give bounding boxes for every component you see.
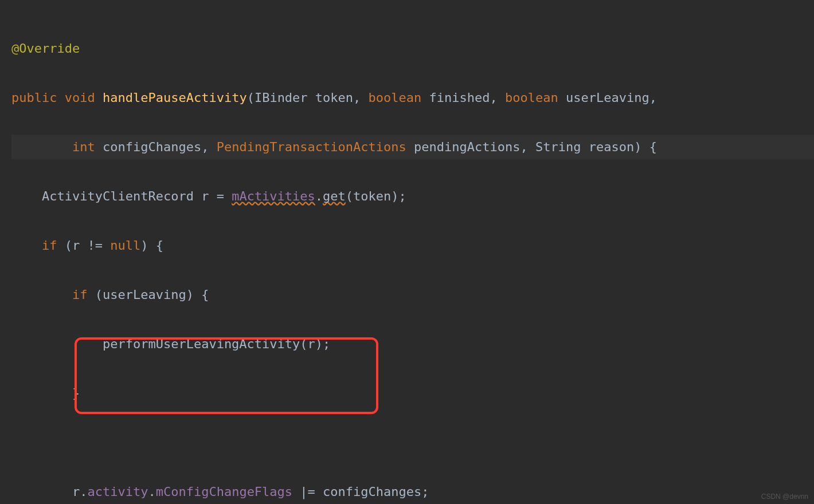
code-line: @Override <box>11 36 814 61</box>
code-line: ActivityClientRecord r = mActivities.get… <box>11 184 814 208</box>
annotation: @Override <box>11 41 80 56</box>
code-line: int configChanges, PendingTransactionAct… <box>11 135 814 159</box>
code-line: if (r != null) { <box>11 233 814 258</box>
code-line <box>11 430 814 455</box>
code-line: performUserLeavingActivity(r); <box>11 332 814 356</box>
code-editor[interactable]: @Override public void handlePauseActivit… <box>0 0 814 504</box>
code-line: } <box>11 381 814 405</box>
watermark: CSDN @devnn <box>761 493 808 501</box>
code-line: r.activity.mConfigChangeFlags |= configC… <box>11 479 814 504</box>
code-line: public void handlePauseActivity(IBinder … <box>11 85 814 110</box>
code-line: if (userLeaving) { <box>11 282 814 307</box>
